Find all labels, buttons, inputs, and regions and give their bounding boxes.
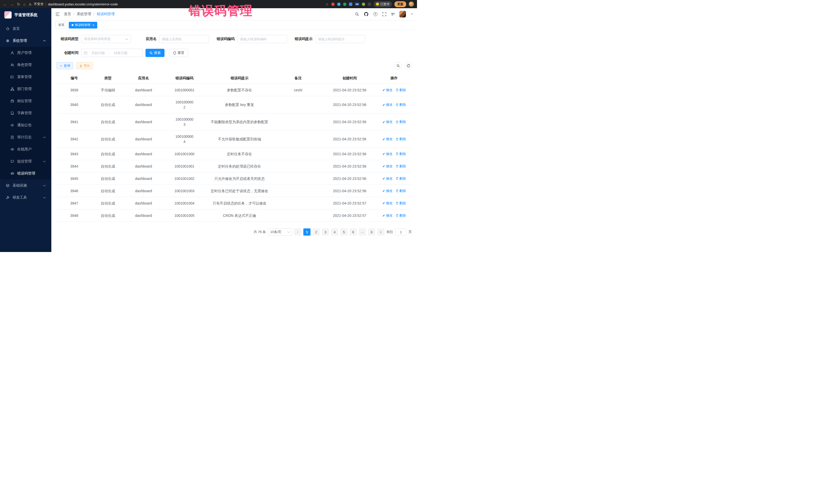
edit-link[interactable]: 修改	[382, 88, 393, 93]
page-button-1[interactable]: 1	[303, 228, 310, 236]
date-end-input[interactable]	[111, 51, 130, 55]
font-size-icon[interactable]: TT	[391, 12, 394, 17]
filter-error-type: 错误码类型 请选择错误码类型	[57, 35, 134, 43]
extension-icon[interactable]	[343, 3, 347, 6]
menu-fold-icon[interactable]	[56, 12, 60, 16]
edit-link[interactable]: 修改	[382, 136, 393, 141]
extension-badge[interactable]: on	[355, 3, 359, 6]
delete-link[interactable]: 删除	[396, 188, 406, 194]
github-icon[interactable]	[364, 12, 369, 17]
avatar-caret-icon[interactable]	[411, 14, 413, 16]
search-button[interactable]: 搜索	[146, 49, 164, 57]
sidebar-item-menus[interactable]: 菜单管理	[0, 71, 51, 83]
reset-button[interactable]: 重置	[169, 49, 188, 57]
close-tab-icon[interactable]: ×	[92, 23, 94, 27]
back-icon[interactable]: ←	[3, 2, 7, 6]
sidebar-item-sms[interactable]: 短信管理	[0, 155, 51, 167]
add-button[interactable]: ＋ 新增	[57, 62, 73, 69]
main-area: 首页 / 系统管理 / 错误码管理 ? TT 首页	[51, 8, 417, 252]
page-button-8[interactable]: 8	[368, 228, 375, 236]
gear-icon	[6, 39, 10, 43]
sidebar-item-online-users[interactable]: 在线用户	[0, 143, 51, 155]
goto-page-input[interactable]	[395, 228, 407, 236]
edit-link[interactable]: 修改	[382, 151, 393, 156]
error-message-input[interactable]	[318, 37, 362, 41]
sidebar-item-audit-log[interactable]: 审计日志	[0, 131, 51, 143]
next-page-button[interactable]: ›	[377, 228, 385, 236]
sidebar-item-depts[interactable]: 部门管理	[0, 83, 51, 95]
sidebar-item-notice[interactable]: 通知公告	[0, 119, 51, 131]
page-button-6[interactable]: 6	[350, 228, 357, 236]
delete-link[interactable]: 删除	[396, 102, 406, 107]
search-icon[interactable]	[355, 12, 359, 16]
delete-link[interactable]: 删除	[396, 164, 406, 169]
tab-home[interactable]: 首页	[56, 22, 67, 28]
breadcrumb-home[interactable]: 首页	[64, 12, 71, 17]
export-button[interactable]: 导出	[76, 62, 93, 69]
user-avatar[interactable]	[399, 11, 406, 18]
extension-icon[interactable]	[331, 3, 335, 6]
sidebar-item-home[interactable]: 首页	[0, 23, 51, 35]
sidebar-item-posts[interactable]: 岗位管理	[0, 95, 51, 107]
sidebar-item-system[interactable]: 系统管理	[0, 35, 51, 47]
edit-link[interactable]: 修改	[382, 213, 393, 218]
help-icon[interactable]: ?	[373, 12, 377, 16]
delete-link[interactable]: 删除	[396, 88, 406, 93]
page-button-2[interactable]: 2	[312, 228, 320, 236]
page-button-5[interactable]: 5	[340, 228, 348, 236]
sidebar-item-dev-tools[interactable]: 研发工具	[0, 192, 51, 203]
page-button-3[interactable]: 3	[322, 228, 329, 236]
sidebar-item-infrastructure[interactable]: 基础设施	[0, 179, 51, 192]
app-logo-row[interactable]: 芋道管理系统	[0, 8, 51, 22]
filter-app-name: 应用名	[134, 35, 213, 43]
bookmark-star-icon[interactable]: ☆	[325, 2, 329, 6]
error-type-select[interactable]: 请选择错误码类型	[81, 35, 131, 43]
delete-link[interactable]: 删除	[396, 136, 406, 141]
page-button-4[interactable]: 4	[331, 228, 338, 236]
trash-icon	[396, 138, 398, 140]
forward-icon[interactable]: →	[10, 2, 14, 6]
edit-link[interactable]: 修改	[382, 201, 393, 206]
paused-badge[interactable]: 已暂停	[374, 1, 392, 7]
browser-profile-avatar[interactable]	[409, 2, 414, 7]
toggle-search-button[interactable]	[394, 62, 402, 69]
tab-error-code[interactable]: 错误码管理 ×	[69, 22, 97, 28]
not-secure-icon: ⚠	[29, 2, 32, 6]
update-button[interactable]: 更新	[394, 1, 406, 7]
sidebar-item-roles[interactable]: 角色管理	[0, 59, 51, 71]
error-code-input[interactable]	[240, 37, 284, 41]
address-bar[interactable]: ⚠ 不安全 dashboard.yudao.iocoder.cn/system/…	[29, 2, 322, 6]
divider	[46, 2, 46, 6]
sidebar-item-dict[interactable]: 字典管理	[0, 107, 51, 119]
prev-page-button[interactable]: ‹	[294, 228, 301, 236]
edit-link[interactable]: 修改	[382, 119, 393, 125]
app-name-input[interactable]	[162, 37, 206, 41]
book-icon	[10, 111, 14, 115]
edit-link[interactable]: 修改	[382, 164, 393, 169]
date-range-picker[interactable]: -	[81, 49, 143, 57]
edit-link[interactable]: 修改	[382, 176, 393, 181]
edit-link[interactable]: 修改	[382, 102, 393, 107]
delete-link[interactable]: 删除	[396, 201, 406, 206]
breadcrumb-system[interactable]: 系统管理	[77, 12, 91, 17]
edit-link[interactable]: 修改	[382, 188, 393, 194]
sidebar-item-error-code[interactable]: 错误码管理	[0, 167, 51, 179]
page-size-select[interactable]: 10条/页	[268, 228, 292, 236]
fullscreen-icon[interactable]	[382, 12, 386, 16]
puzzle-icon[interactable]	[368, 3, 371, 6]
sidebar-item-users[interactable]: 用户管理	[0, 47, 51, 59]
trash-icon	[396, 177, 398, 180]
delete-link[interactable]: 删除	[396, 176, 406, 181]
delete-link[interactable]: 删除	[396, 151, 406, 156]
page-more-button[interactable]: ···	[359, 228, 366, 236]
extension-icon[interactable]	[337, 3, 341, 6]
extension-icon[interactable]	[349, 3, 352, 6]
refresh-table-button[interactable]	[405, 62, 412, 69]
delete-link[interactable]: 删除	[396, 119, 406, 125]
trash-icon	[396, 202, 398, 204]
extension-icon[interactable]	[362, 3, 365, 6]
date-start-input[interactable]	[89, 51, 107, 55]
home-icon[interactable]: ⌂	[23, 2, 26, 6]
reload-icon[interactable]: ↻	[17, 2, 20, 6]
delete-link[interactable]: 删除	[396, 213, 406, 218]
